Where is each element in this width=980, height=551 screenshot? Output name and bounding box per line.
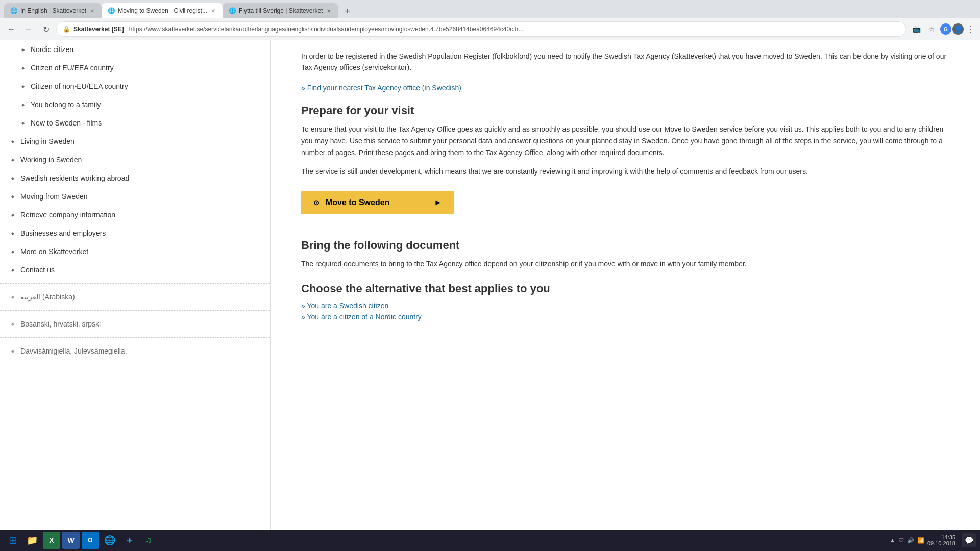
nordic-country-link[interactable]: You are a citizen of a Nordic country bbox=[301, 313, 949, 321]
taskbar-antivirus-icon: 🛡 bbox=[898, 537, 904, 543]
tab-1-label: In English | Skatteverket bbox=[20, 7, 86, 14]
sidebar-item-non-eu[interactable]: Citizen of non-EU/EEA country bbox=[0, 77, 270, 95]
tab-2-label: Moving to Sweden - Civil regist... bbox=[118, 7, 207, 14]
move-btn-arrow: ► bbox=[434, 198, 442, 207]
taskbar-expand-icon[interactable]: ▲ bbox=[890, 537, 895, 543]
taskbar-volume-icon[interactable]: 🔊 bbox=[907, 537, 914, 544]
reload-button[interactable]: ↻ bbox=[39, 22, 53, 36]
taskbar-time-display: 14:35 bbox=[941, 534, 955, 540]
sidebar-item-businesses-employers[interactable]: Businesses and employers bbox=[0, 224, 270, 242]
taskbar-spotify-icon[interactable]: ♫ bbox=[140, 532, 157, 549]
taskbar-date-display: 09.10.2018 bbox=[927, 540, 955, 546]
taskbar-windows-button[interactable]: ⊞ bbox=[4, 532, 21, 549]
taskbar-notification-button[interactable]: 💬 bbox=[962, 533, 976, 547]
tab-1-favicon: 🌐 bbox=[10, 7, 17, 14]
tab-3[interactable]: 🌐 Flytta till Sverige | Skatteverket ✕ bbox=[223, 3, 338, 18]
sidebar-item-nordic-citizen[interactable]: Nordic citizen bbox=[0, 40, 270, 59]
back-button[interactable]: ← bbox=[4, 22, 18, 36]
sidebar-item-contact-us[interactable]: Contact us bbox=[0, 261, 270, 279]
taskbar-clock: 14:35 09.10.2018 bbox=[927, 534, 955, 546]
find-tax-office-link[interactable]: Find your nearest Tax Agency office (in … bbox=[301, 84, 461, 92]
sidebar-item-family[interactable]: You belong to a family bbox=[0, 95, 270, 114]
tab-3-label: Flytta till Sverige | Skatteverket bbox=[239, 7, 323, 14]
swedish-citizen-link[interactable]: You are a Swedish citizen bbox=[301, 302, 949, 310]
ext-icon-1[interactable]: G bbox=[940, 23, 951, 35]
ext-icon-menu[interactable]: ⋮ bbox=[965, 23, 976, 35]
tab-2-close[interactable]: ✕ bbox=[210, 7, 216, 15]
taskbar-word-icon[interactable]: W bbox=[62, 532, 80, 549]
taskbar-excel-icon[interactable]: X bbox=[43, 532, 60, 549]
sidebar-divider-2 bbox=[0, 310, 270, 311]
taskbar-telegram-icon[interactable]: ✈ bbox=[120, 532, 138, 549]
taskbar-network-icon[interactable]: 📶 bbox=[917, 537, 924, 544]
tab-bar: 🌐 In English | Skatteverket ✕ 🌐 Moving t… bbox=[0, 0, 980, 18]
address-actions: 📺 ☆ G 👤 ⋮ bbox=[910, 22, 976, 36]
choose-alternative-heading: Choose the alternative that best applies… bbox=[301, 282, 949, 295]
section2-para: The required documents to bring to the T… bbox=[301, 258, 949, 270]
address-box[interactable]: 🔒 Skatteverket [SE] https://www.skatteve… bbox=[56, 21, 906, 37]
sidebar-item-eu-eea[interactable]: Citizen of EU/EEA country bbox=[0, 59, 270, 77]
site-name: Skatteverket [SE] bbox=[74, 26, 124, 33]
taskbar-explorer-icon[interactable]: 📁 bbox=[23, 532, 41, 549]
tab-2-favicon: 🌐 bbox=[108, 7, 115, 14]
cast-icon[interactable]: 📺 bbox=[910, 22, 923, 36]
tab-3-close[interactable]: ✕ bbox=[326, 7, 332, 15]
sidebar-inner: Nordic citizen Citizen of EU/EEA country… bbox=[0, 40, 270, 360]
sidebar-item-swedish-residents-abroad[interactable]: Swedish residents working abroad bbox=[0, 169, 270, 187]
main-content: In order to be registered in the Swedish… bbox=[271, 40, 980, 551]
browser-chrome: 🌐 In English | Skatteverket ✕ 🌐 Moving t… bbox=[0, 0, 980, 40]
sidebar-item-working-in-sweden[interactable]: Working in Sweden bbox=[0, 151, 270, 169]
page-layout: Nordic citizen Citizen of EU/EEA country… bbox=[0, 40, 980, 551]
move-btn-icon: ⊙ bbox=[313, 198, 320, 207]
sidebar-divider-3 bbox=[0, 337, 270, 338]
sidebar-item-more-skatteverket[interactable]: More on Skatteverket bbox=[0, 242, 270, 261]
bring-document-heading: Bring the following document bbox=[301, 239, 949, 252]
sidebar-divider-1 bbox=[0, 283, 270, 284]
taskbar-outlook-icon[interactable]: O bbox=[82, 532, 99, 549]
bookmark-icon[interactable]: ☆ bbox=[925, 22, 938, 36]
sidebar-lang-davvisami[interactable]: Davvisámigiella, Julevsámegiella, bbox=[0, 342, 270, 360]
taskbar-sys-icons: ▲ 🛡 🔊 📶 bbox=[890, 537, 924, 544]
sidebar: Nordic citizen Citizen of EU/EEA country… bbox=[0, 40, 271, 551]
url-text: https://www.skatteverket.se/servicelanka… bbox=[129, 26, 900, 33]
sidebar-item-moving-from-sweden[interactable]: Moving from Sweden bbox=[0, 187, 270, 206]
move-btn-label: Move to Sweden bbox=[326, 198, 389, 207]
lock-icon: 🔒 bbox=[63, 26, 70, 33]
taskbar-right: ▲ 🛡 🔊 📶 14:35 09.10.2018 💬 bbox=[890, 533, 976, 547]
extension-icons: G 👤 ⋮ bbox=[940, 23, 976, 35]
tab-2[interactable]: 🌐 Moving to Sweden - Civil regist... ✕ bbox=[102, 3, 223, 18]
sidebar-lang-bosanski[interactable]: Bosanski, hrvatski, srpski bbox=[0, 315, 270, 333]
move-to-sweden-button[interactable]: ⊙ Move to Sweden ► bbox=[301, 191, 454, 214]
alternative-links: You are a Swedish citizen You are a citi… bbox=[301, 302, 949, 321]
sidebar-lang-arabiska[interactable]: العربية (Arabiska) bbox=[0, 288, 270, 306]
sidebar-item-new-to-sweden[interactable]: New to Sweden - films bbox=[0, 114, 270, 132]
sidebar-item-retrieve-company[interactable]: Retrieve company information bbox=[0, 206, 270, 224]
tab-3-favicon: 🌐 bbox=[229, 7, 236, 14]
address-bar-row: ← → ↻ 🔒 Skatteverket [SE] https://www.sk… bbox=[0, 18, 980, 40]
intro-text: In order to be registered in the Swedish… bbox=[301, 51, 949, 73]
taskbar: ⊞ 📁 X W O 🌐 ✈ ♫ ▲ 🛡 🔊 📶 14:35 09.10.2018… bbox=[0, 530, 980, 551]
tab-1-close[interactable]: ✕ bbox=[89, 7, 95, 15]
sidebar-item-living-in-sweden[interactable]: Living in Sweden bbox=[0, 132, 270, 151]
tab-1[interactable]: 🌐 In English | Skatteverket ✕ bbox=[4, 3, 102, 18]
section1-para1: To ensure that your visit to the Tax Age… bbox=[301, 123, 949, 159]
ext-icon-profile[interactable]: 👤 bbox=[952, 23, 964, 35]
new-tab-button[interactable]: + bbox=[340, 4, 354, 18]
taskbar-chrome-icon[interactable]: 🌐 bbox=[101, 532, 118, 549]
forward-button[interactable]: → bbox=[21, 22, 36, 36]
section1-para2: The service is still under development, … bbox=[301, 166, 949, 178]
prepare-visit-heading: Prepare for your visit bbox=[301, 104, 949, 117]
